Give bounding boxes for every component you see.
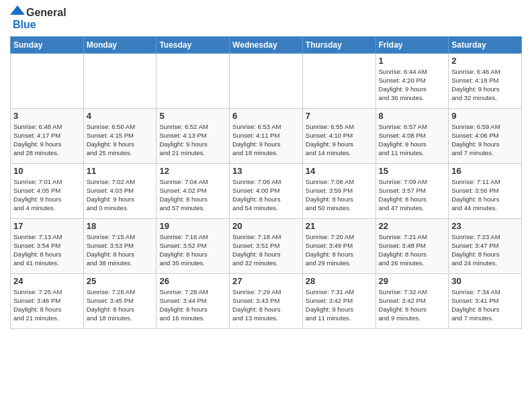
day-number: 3: [13, 111, 81, 121]
calendar-cell: 28Sunrise: 7:31 AM Sunset: 3:42 PM Dayli…: [302, 273, 375, 328]
day-info: Sunrise: 7:13 AM Sunset: 3:54 PM Dayligh…: [13, 232, 81, 268]
col-header-monday: Monday: [83, 36, 157, 53]
day-number: 7: [306, 111, 373, 121]
day-info: Sunrise: 6:48 AM Sunset: 4:17 PM Dayligh…: [13, 122, 81, 158]
day-number: 26: [159, 276, 226, 286]
day-number: 23: [451, 221, 519, 231]
day-number: 6: [232, 111, 300, 121]
calendar-cell: 3Sunrise: 6:48 AM Sunset: 4:17 PM Daylig…: [11, 108, 84, 163]
calendar-cell: 13Sunrise: 7:06 AM Sunset: 4:00 PM Dayli…: [230, 163, 303, 218]
day-info: Sunrise: 6:50 AM Sunset: 4:15 PM Dayligh…: [87, 122, 154, 158]
page-container: General Blue SundayMondayTuesdayWednesda…: [0, 0, 532, 336]
calendar-cell: 20Sunrise: 7:18 AM Sunset: 3:51 PM Dayli…: [230, 218, 303, 273]
day-info: Sunrise: 7:15 AM Sunset: 3:53 PM Dayligh…: [87, 232, 154, 268]
day-number: 16: [451, 166, 519, 176]
day-info: Sunrise: 7:11 AM Sunset: 3:56 PM Dayligh…: [451, 177, 519, 213]
calendar-cell: [11, 53, 84, 108]
day-info: Sunrise: 7:18 AM Sunset: 3:51 PM Dayligh…: [232, 232, 300, 268]
day-number: 2: [451, 56, 519, 66]
day-info: Sunrise: 7:31 AM Sunset: 3:42 PM Dayligh…: [306, 287, 373, 323]
calendar-cell: [83, 53, 157, 108]
logo: General Blue: [10, 7, 66, 31]
day-number: 9: [451, 111, 519, 121]
calendar-cell: 12Sunrise: 7:04 AM Sunset: 4:02 PM Dayli…: [157, 163, 230, 218]
day-info: Sunrise: 7:29 AM Sunset: 3:43 PM Dayligh…: [232, 287, 300, 323]
day-number: 19: [159, 221, 226, 231]
day-info: Sunrise: 7:06 AM Sunset: 4:00 PM Dayligh…: [232, 177, 300, 213]
col-header-thursday: Thursday: [302, 36, 375, 53]
day-info: Sunrise: 7:26 AM Sunset: 3:45 PM Dayligh…: [87, 287, 154, 323]
day-info: Sunrise: 6:52 AM Sunset: 4:13 PM Dayligh…: [159, 122, 226, 158]
calendar-cell: 14Sunrise: 7:08 AM Sunset: 3:59 PM Dayli…: [302, 163, 375, 218]
day-number: 12: [159, 166, 226, 176]
col-header-friday: Friday: [375, 36, 449, 53]
day-number: 18: [87, 221, 154, 231]
day-number: 28: [306, 276, 373, 286]
day-number: 8: [379, 111, 446, 121]
calendar-table: SundayMondayTuesdayWednesdayThursdayFrid…: [10, 36, 522, 329]
logo-general: General: [26, 7, 66, 19]
day-info: Sunrise: 6:55 AM Sunset: 4:10 PM Dayligh…: [306, 122, 373, 158]
calendar-cell: 5Sunrise: 6:52 AM Sunset: 4:13 PM Daylig…: [157, 108, 230, 163]
day-info: Sunrise: 7:28 AM Sunset: 3:44 PM Dayligh…: [159, 287, 226, 323]
day-info: Sunrise: 7:16 AM Sunset: 3:52 PM Dayligh…: [159, 232, 226, 268]
calendar-cell: 26Sunrise: 7:28 AM Sunset: 3:44 PM Dayli…: [157, 273, 230, 328]
day-info: Sunrise: 7:25 AM Sunset: 3:46 PM Dayligh…: [13, 287, 81, 323]
week-row-2: 3Sunrise: 6:48 AM Sunset: 4:17 PM Daylig…: [11, 108, 522, 163]
day-info: Sunrise: 7:04 AM Sunset: 4:02 PM Dayligh…: [159, 177, 226, 213]
day-info: Sunrise: 7:21 AM Sunset: 3:48 PM Dayligh…: [379, 232, 446, 268]
day-info: Sunrise: 7:23 AM Sunset: 3:47 PM Dayligh…: [451, 232, 519, 268]
col-header-saturday: Saturday: [449, 36, 522, 53]
day-number: 4: [87, 111, 154, 121]
calendar-cell: 15Sunrise: 7:09 AM Sunset: 3:57 PM Dayli…: [375, 163, 449, 218]
calendar-cell: 16Sunrise: 7:11 AM Sunset: 3:56 PM Dayli…: [449, 163, 522, 218]
day-info: Sunrise: 7:02 AM Sunset: 4:03 PM Dayligh…: [87, 177, 154, 213]
logo-blue: Blue: [13, 19, 66, 31]
calendar-cell: 23Sunrise: 7:23 AM Sunset: 3:47 PM Dayli…: [449, 218, 522, 273]
header-row: SundayMondayTuesdayWednesdayThursdayFrid…: [11, 36, 522, 53]
col-header-sunday: Sunday: [11, 36, 84, 53]
day-number: 22: [379, 221, 446, 231]
day-info: Sunrise: 6:59 AM Sunset: 4:06 PM Dayligh…: [451, 122, 519, 158]
day-number: 24: [13, 276, 81, 286]
day-number: 29: [379, 276, 446, 286]
calendar-cell: 30Sunrise: 7:34 AM Sunset: 3:41 PM Dayli…: [449, 273, 522, 328]
calendar-cell: 7Sunrise: 6:55 AM Sunset: 4:10 PM Daylig…: [302, 108, 375, 163]
calendar-cell: 8Sunrise: 6:57 AM Sunset: 4:08 PM Daylig…: [375, 108, 449, 163]
week-row-3: 10Sunrise: 7:01 AM Sunset: 4:05 PM Dayli…: [11, 163, 522, 218]
calendar-cell: 27Sunrise: 7:29 AM Sunset: 3:43 PM Dayli…: [230, 273, 303, 328]
day-info: Sunrise: 7:01 AM Sunset: 4:05 PM Dayligh…: [13, 177, 81, 213]
calendar-cell: 22Sunrise: 7:21 AM Sunset: 3:48 PM Dayli…: [375, 218, 449, 273]
calendar-cell: 17Sunrise: 7:13 AM Sunset: 3:54 PM Dayli…: [11, 218, 84, 273]
day-number: 10: [13, 166, 81, 176]
calendar-cell: 4Sunrise: 6:50 AM Sunset: 4:15 PM Daylig…: [83, 108, 157, 163]
day-info: Sunrise: 7:08 AM Sunset: 3:59 PM Dayligh…: [306, 177, 373, 213]
col-header-wednesday: Wednesday: [230, 36, 303, 53]
calendar-cell: 25Sunrise: 7:26 AM Sunset: 3:45 PM Dayli…: [83, 273, 157, 328]
logo-triangle-icon: [10, 4, 25, 19]
day-number: 1: [379, 56, 446, 66]
svg-marker-0: [10, 5, 25, 15]
day-number: 5: [159, 111, 226, 121]
day-number: 20: [232, 221, 300, 231]
day-info: Sunrise: 6:53 AM Sunset: 4:11 PM Dayligh…: [232, 122, 300, 158]
calendar-cell: [157, 53, 230, 108]
day-info: Sunrise: 7:09 AM Sunset: 3:57 PM Dayligh…: [379, 177, 446, 213]
day-number: 30: [451, 276, 519, 286]
calendar-cell: 11Sunrise: 7:02 AM Sunset: 4:03 PM Dayli…: [83, 163, 157, 218]
week-row-4: 17Sunrise: 7:13 AM Sunset: 3:54 PM Dayli…: [11, 218, 522, 273]
day-info: Sunrise: 7:32 AM Sunset: 3:42 PM Dayligh…: [379, 287, 446, 323]
day-info: Sunrise: 6:44 AM Sunset: 4:20 PM Dayligh…: [379, 67, 446, 103]
day-number: 13: [232, 166, 300, 176]
calendar-cell: 6Sunrise: 6:53 AM Sunset: 4:11 PM Daylig…: [230, 108, 303, 163]
calendar-cell: 21Sunrise: 7:20 AM Sunset: 3:49 PM Dayli…: [302, 218, 375, 273]
calendar-cell: 2Sunrise: 6:46 AM Sunset: 4:18 PM Daylig…: [449, 53, 522, 108]
calendar-cell: 9Sunrise: 6:59 AM Sunset: 4:06 PM Daylig…: [449, 108, 522, 163]
col-header-tuesday: Tuesday: [157, 36, 230, 53]
day-number: 15: [379, 166, 446, 176]
day-number: 27: [232, 276, 300, 286]
header: General Blue: [10, 7, 522, 31]
week-row-1: 1Sunrise: 6:44 AM Sunset: 4:20 PM Daylig…: [11, 53, 522, 108]
calendar-cell: 24Sunrise: 7:25 AM Sunset: 3:46 PM Dayli…: [11, 273, 84, 328]
day-number: 25: [87, 276, 154, 286]
